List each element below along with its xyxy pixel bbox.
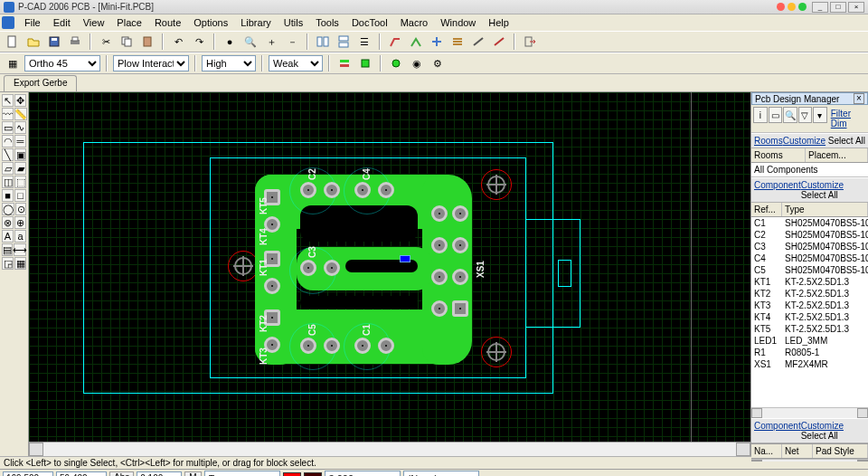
- line-tool-icon[interactable]: ╲: [2, 148, 14, 161]
- open-icon[interactable]: [24, 33, 42, 51]
- snap-icon[interactable]: ▦: [4, 54, 22, 72]
- keepout-tool-icon[interactable]: ⬚: [14, 176, 26, 188]
- component-row[interactable]: KT1KT-2.5X2.5D1.3: [751, 276, 868, 288]
- minimize-dot-icon[interactable]: [788, 3, 796, 11]
- menu-utils[interactable]: Utils: [278, 16, 309, 29]
- scroll-track[interactable]: [43, 443, 736, 456]
- selectall-link[interactable]: Select All: [828, 136, 865, 146]
- tab-export-gerber[interactable]: Export Gerbe: [4, 75, 77, 91]
- zoom-dot-icon[interactable]: [798, 3, 807, 11]
- zoom-icon[interactable]: 🔍: [783, 107, 797, 123]
- component-row[interactable]: C5SH025M0470BS5-1012: [751, 264, 868, 276]
- hole-tool-icon[interactable]: ⊗: [2, 216, 14, 229]
- component-row[interactable]: KT4KT-2.5X2.5D1.3: [751, 311, 868, 323]
- scroll-right-icon[interactable]: [736, 443, 750, 456]
- col-padstyle[interactable]: Pad Style: [813, 444, 868, 458]
- highlight-icon[interactable]: ▽: [798, 107, 813, 123]
- macro-record-icon[interactable]: ●: [221, 33, 239, 51]
- arc-tool-icon[interactable]: ◠: [2, 135, 14, 148]
- rooms-col[interactable]: Rooms: [751, 148, 806, 162]
- route-interactive-icon[interactable]: [407, 33, 425, 51]
- h-scrollbar[interactable]: [29, 442, 750, 456]
- select-tool-icon[interactable]: ↖: [2, 94, 14, 107]
- coord-y[interactable]: 59.400: [56, 471, 107, 477]
- nets-comp-label[interactable]: Component: [754, 421, 801, 441]
- text-tool-icon[interactable]: A: [2, 230, 14, 243]
- rooms-label[interactable]: Rooms: [754, 136, 783, 146]
- component-row[interactable]: XS1MF2X4MR: [751, 358, 868, 370]
- route-manual-icon[interactable]: [386, 33, 404, 51]
- zoom-window-icon[interactable]: 🔍: [241, 33, 259, 51]
- dim-tool-icon[interactable]: ⟷: [14, 243, 26, 256]
- cut-icon[interactable]: ✂: [97, 33, 115, 51]
- cutout-tool-icon[interactable]: ◫: [2, 176, 14, 188]
- plow-combo[interactable]: Plow Interactive: [113, 55, 189, 71]
- menu-view[interactable]: View: [77, 16, 111, 29]
- menu-doctool[interactable]: DocTool: [345, 16, 394, 29]
- route-bus-icon[interactable]: [448, 33, 467, 51]
- filter-toggle-icon[interactable]: ▾: [813, 107, 827, 123]
- menu-route[interactable]: Route: [148, 16, 187, 29]
- drc-icon[interactable]: [356, 54, 374, 72]
- component-row[interactable]: C2SH025M0470BS5-1012: [751, 229, 868, 241]
- detail-tool-icon[interactable]: ◲: [2, 257, 14, 270]
- trace-tool-icon[interactable]: ∿: [14, 121, 26, 134]
- close-dot-icon[interactable]: [777, 3, 785, 11]
- customize-link[interactable]: Customize: [783, 136, 826, 146]
- menu-library[interactable]: Library: [234, 16, 278, 29]
- list-icon[interactable]: ☰: [355, 33, 373, 51]
- via-icon[interactable]: [387, 54, 405, 72]
- route-miter-icon[interactable]: [490, 33, 508, 51]
- selectall-link-2[interactable]: Select All: [801, 190, 838, 200]
- plane-tool-icon[interactable]: ■: [2, 189, 14, 202]
- selectall-link-3[interactable]: Select All: [801, 431, 838, 441]
- layer-color-top[interactable]: [283, 472, 301, 477]
- component-row[interactable]: KT2KT-2.5X2.5D1.3: [751, 288, 868, 300]
- poly-tool-icon[interactable]: ▱: [2, 162, 14, 175]
- measure-tool-icon[interactable]: 📏: [14, 108, 27, 120]
- m-button[interactable]: M: [184, 471, 201, 477]
- room-tool-icon[interactable]: □: [14, 189, 26, 202]
- layer-stack-icon[interactable]: [335, 54, 354, 72]
- panel-close-icon[interactable]: ×: [854, 93, 864, 104]
- weak-combo[interactable]: Weak: [269, 55, 323, 71]
- paste-icon[interactable]: [138, 33, 156, 51]
- undo-icon[interactable]: ↶: [169, 33, 187, 51]
- scroll-left-icon[interactable]: [29, 443, 43, 456]
- menu-edit[interactable]: Edit: [47, 16, 77, 29]
- move-tool-icon[interactable]: ✥: [14, 94, 26, 107]
- components-label[interactable]: Component: [754, 180, 801, 200]
- priority-combo[interactable]: High: [202, 55, 256, 71]
- print-icon[interactable]: [66, 33, 84, 51]
- component-tool-icon[interactable]: ▭: [2, 121, 14, 134]
- redo-icon[interactable]: ↷: [190, 33, 208, 51]
- grid-field[interactable]: 0.100: [137, 471, 182, 477]
- component-row[interactable]: R1R0805-1: [751, 347, 868, 358]
- col-ref[interactable]: Ref...: [751, 203, 782, 216]
- layer-combo[interactable]: Top: [204, 471, 280, 477]
- tile-h-icon[interactable]: [314, 33, 332, 51]
- filter-dim-link[interactable]: Filter Dim: [828, 107, 866, 130]
- minimize-button[interactable]: _: [812, 2, 828, 13]
- all-components-row[interactable]: All Components: [751, 163, 868, 177]
- exit-icon[interactable]: [521, 33, 539, 51]
- coord-x[interactable]: 169.500: [3, 471, 53, 477]
- maximize-button[interactable]: □: [830, 2, 846, 13]
- save-icon[interactable]: [45, 33, 63, 51]
- layer-color-secondary[interactable]: [304, 472, 322, 477]
- col-type[interactable]: Type: [782, 203, 868, 216]
- bus-tool-icon[interactable]: ═: [14, 135, 26, 148]
- aperture-combo[interactable]: (None): [403, 471, 479, 477]
- route-fanout-icon[interactable]: [428, 33, 446, 51]
- via-tool-icon[interactable]: ⊙: [15, 203, 26, 215]
- tile-v-icon[interactable]: [335, 33, 353, 51]
- menu-file[interactable]: File: [18, 16, 47, 29]
- attr-tool-icon[interactable]: a: [14, 230, 26, 243]
- component-row[interactable]: C1SH025M0470BS5-1012: [751, 217, 868, 229]
- copy-icon[interactable]: [118, 33, 136, 51]
- ortho-combo[interactable]: Ortho 45: [24, 55, 100, 71]
- component-row[interactable]: C3SH025M0470BS5-1012: [751, 241, 868, 252]
- zigzag-tool-icon[interactable]: 〰: [2, 108, 14, 120]
- menu-macro[interactable]: Macro: [394, 16, 435, 29]
- image-tool-icon[interactable]: ▣: [14, 148, 26, 161]
